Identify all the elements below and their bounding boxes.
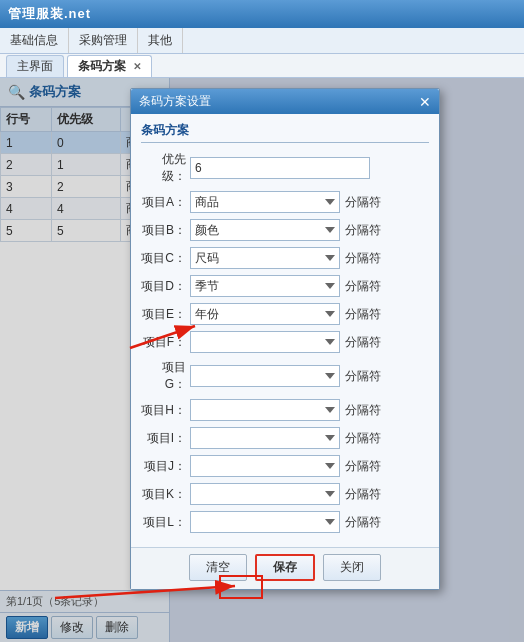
- item-b-select[interactable]: 颜色商品尺码季节年份: [190, 219, 340, 241]
- item-j-sep-label: 分隔符: [345, 458, 381, 475]
- clear-button[interactable]: 清空: [189, 554, 247, 581]
- nav-item-purchase[interactable]: 采购管理: [69, 28, 138, 53]
- priority-label: 优先级：: [141, 151, 186, 185]
- priority-row: 优先级：: [141, 151, 429, 185]
- item-h-select[interactable]: [190, 399, 340, 421]
- item-c-sep-label: 分隔符: [345, 250, 381, 267]
- dialog-close-icon[interactable]: ✕: [419, 95, 431, 109]
- item-f-label: 项目F：: [141, 334, 186, 351]
- item-a-select[interactable]: 商品颜色尺码季节年份: [190, 191, 340, 213]
- item-l-row: 项目L： 分隔符: [141, 511, 429, 533]
- save-button[interactable]: 保存: [255, 554, 315, 581]
- item-b-sep-label: 分隔符: [345, 222, 381, 239]
- dialog-footer: 清空 保存 关闭: [131, 547, 439, 589]
- item-h-row: 项目H： 分隔符: [141, 399, 429, 421]
- dialog-title-bar: 条码方案设置 ✕: [131, 89, 439, 114]
- item-i-sep-label: 分隔符: [345, 430, 381, 447]
- priority-input[interactable]: [190, 157, 370, 179]
- tab-bar: 主界面 条码方案 ✕: [0, 54, 524, 78]
- item-h-label: 项目H：: [141, 402, 186, 419]
- item-d-row: 项目D： 季节商品颜色尺码年份 分隔符: [141, 275, 429, 297]
- item-h-sep-label: 分隔符: [345, 402, 381, 419]
- item-g-row: 项目G： 分隔符: [141, 359, 429, 393]
- item-l-sep-label: 分隔符: [345, 514, 381, 531]
- item-f-sep-label: 分隔符: [345, 334, 381, 351]
- item-d-sep-label: 分隔符: [345, 278, 381, 295]
- item-b-row: 项目B： 颜色商品尺码季节年份 分隔符: [141, 219, 429, 241]
- item-k-sep-label: 分隔符: [345, 486, 381, 503]
- item-k-label: 项目K：: [141, 486, 186, 503]
- dialog-section-title: 条码方案: [141, 122, 429, 143]
- item-k-select[interactable]: [190, 483, 340, 505]
- item-k-row: 项目K： 分隔符: [141, 483, 429, 505]
- item-i-label: 项目I：: [141, 430, 186, 447]
- app-title: 管理服装.net: [8, 5, 91, 23]
- item-d-select[interactable]: 季节商品颜色尺码年份: [190, 275, 340, 297]
- item-l-label: 项目L：: [141, 514, 186, 531]
- item-b-label: 项目B：: [141, 222, 186, 239]
- item-g-label: 项目G：: [141, 359, 186, 393]
- item-i-row: 项目I： 分隔符: [141, 427, 429, 449]
- item-j-row: 项目J： 分隔符: [141, 455, 429, 477]
- item-e-sep-label: 分隔符: [345, 306, 381, 323]
- dialog-title: 条码方案设置: [139, 93, 211, 110]
- tab-close-icon[interactable]: ✕: [133, 61, 141, 72]
- item-g-sep-label: 分隔符: [345, 368, 381, 385]
- nav-menu: 基础信息 采购管理 其他: [0, 28, 524, 54]
- nav-item-other[interactable]: 其他: [138, 28, 183, 53]
- item-c-select[interactable]: 尺码商品颜色季节年份: [190, 247, 340, 269]
- tab-barcode[interactable]: 条码方案 ✕: [67, 55, 152, 77]
- item-j-select[interactable]: [190, 455, 340, 477]
- item-l-select[interactable]: [190, 511, 340, 533]
- item-a-sep-label: 分隔符: [345, 194, 381, 211]
- tab-main[interactable]: 主界面: [6, 55, 64, 77]
- item-f-select[interactable]: [190, 331, 340, 353]
- item-i-select[interactable]: [190, 427, 340, 449]
- dialog-body: 条码方案 优先级： 项目A： 商品颜色尺码季节年份 分隔符 项目B： 颜色商品尺…: [131, 114, 439, 547]
- item-c-row: 项目C： 尺码商品颜色季节年份 分隔符: [141, 247, 429, 269]
- item-a-label: 项目A：: [141, 194, 186, 211]
- main-area: 🔍 条码方案 行号 优先级 1 0 商... 2 1 商...: [0, 78, 524, 642]
- item-c-label: 项目C：: [141, 250, 186, 267]
- app-title-bar: 管理服装.net: [0, 0, 524, 28]
- item-e-label: 项目E：: [141, 306, 186, 323]
- barcode-dialog: 条码方案设置 ✕ 条码方案 优先级： 项目A： 商品颜色尺码季节年份 分隔符 项…: [130, 88, 440, 590]
- item-d-label: 项目D：: [141, 278, 186, 295]
- item-f-row: 项目F： 分隔符: [141, 331, 429, 353]
- item-e-row: 项目E： 年份商品颜色尺码季节 分隔符: [141, 303, 429, 325]
- item-a-row: 项目A： 商品颜色尺码季节年份 分隔符: [141, 191, 429, 213]
- item-j-label: 项目J：: [141, 458, 186, 475]
- close-button[interactable]: 关闭: [323, 554, 381, 581]
- item-g-select[interactable]: [190, 365, 340, 387]
- item-e-select[interactable]: 年份商品颜色尺码季节: [190, 303, 340, 325]
- nav-item-basic[interactable]: 基础信息: [0, 28, 69, 53]
